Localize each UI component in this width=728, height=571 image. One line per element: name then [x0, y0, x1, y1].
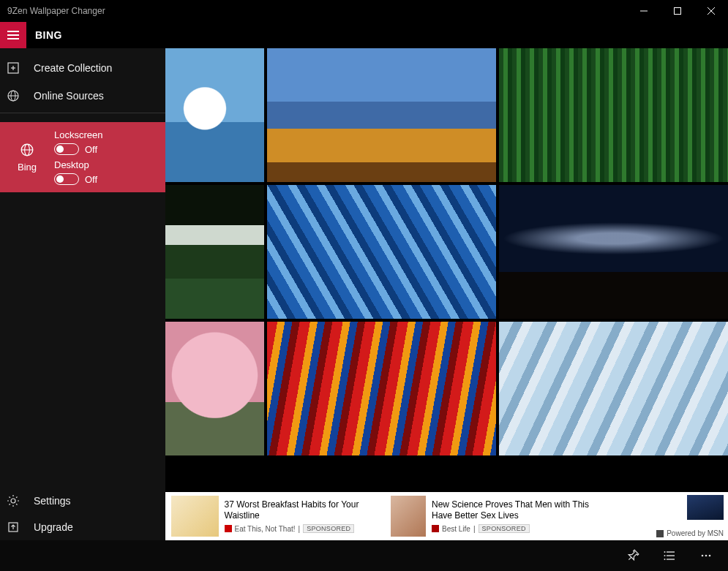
- upgrade-icon: [6, 520, 20, 534]
- thumb-image: [165, 322, 264, 455]
- wallpaper-thumb[interactable]: [165, 48, 264, 182]
- ad-meta: Eat This, Not That! | SPONSORED: [225, 524, 379, 533]
- ad-strip: 37 Worst Breakfast Habits for Your Waist…: [165, 492, 728, 540]
- window-title: 9Zen Wallpaper Changer: [7, 6, 627, 16]
- nav-create-collection[interactable]: Create Collection: [0, 54, 165, 82]
- wallpaper-thumb[interactable]: [165, 185, 264, 319]
- ad-brand-icon: [225, 525, 232, 532]
- desktop-toggle[interactable]: [54, 173, 79, 185]
- thumb-image: [499, 322, 728, 455]
- lockscreen-toggle[interactable]: [54, 143, 79, 155]
- msn-icon: [656, 530, 664, 537]
- ad-next-thumb[interactable]: [687, 495, 724, 520]
- thumb-image: [165, 48, 264, 182]
- ad-brand-icon: [432, 525, 439, 532]
- more-button[interactable]: [697, 547, 715, 564]
- nav-online-sources[interactable]: Online Sources: [0, 82, 165, 110]
- svg-point-33: [709, 555, 711, 557]
- maximize-icon: [674, 7, 681, 15]
- desktop-label: Desktop: [54, 159, 165, 170]
- thumb-image: [267, 322, 496, 455]
- app-window: 9Zen Wallpaper Changer BING: [0, 0, 728, 571]
- more-icon: [699, 549, 713, 562]
- globe-icon: [6, 88, 20, 103]
- header: BING: [0, 22, 728, 48]
- gear-icon: [6, 494, 20, 508]
- nav-settings[interactable]: Settings: [0, 488, 165, 514]
- source-name: Bing: [18, 162, 37, 173]
- hamburger-icon: [7, 34, 19, 36]
- body: Create Collection Online Sources Bing: [0, 48, 728, 540]
- minimize-button[interactable]: [627, 0, 661, 22]
- source-left: Bing: [0, 122, 54, 192]
- lockscreen-state: Off: [85, 144, 97, 155]
- svg-rect-1: [675, 8, 681, 15]
- ad-meta: Best Life | SPONSORED: [432, 524, 598, 533]
- ad-item[interactable]: 37 Worst Breakfast Habits for Your Waist…: [165, 492, 385, 540]
- ad-brand: Best Life: [442, 525, 470, 533]
- ad-brand: Eat This, Not That!: [235, 525, 296, 533]
- nav-label: Online Sources: [34, 90, 104, 102]
- ad-powered-text: Powered by MSN: [667, 529, 724, 537]
- nav-label: Settings: [34, 495, 71, 507]
- ad-thumb: [171, 496, 219, 537]
- close-icon: [708, 7, 715, 15]
- globe-icon: [20, 143, 34, 157]
- pin-icon: [626, 549, 639, 562]
- sidebar-bottom: Settings Upgrade: [0, 488, 165, 540]
- ad-sponsored-tag: SPONSORED: [303, 524, 354, 533]
- wallpaper-thumb[interactable]: [165, 322, 264, 455]
- wallpaper-thumb[interactable]: [499, 185, 728, 319]
- svg-point-31: [702, 555, 704, 557]
- lockscreen-label: Lockscreen: [54, 129, 165, 140]
- wallpaper-grid: [165, 48, 728, 492]
- nav-label: Create Collection: [34, 62, 112, 74]
- thumb-image: [165, 185, 264, 319]
- nav-label: Upgrade: [34, 521, 73, 533]
- sidebar-divider: [0, 113, 165, 113]
- bottom-bar: [0, 540, 728, 571]
- ad-powered-by: Powered by MSN: [656, 529, 724, 537]
- wallpaper-thumb[interactable]: [267, 48, 496, 182]
- maximize-button[interactable]: [661, 0, 694, 22]
- wallpaper-thumb[interactable]: [499, 48, 728, 182]
- content: 37 Worst Breakfast Habits for Your Waist…: [165, 48, 728, 540]
- hamburger-button[interactable]: [0, 22, 26, 48]
- list-view-button[interactable]: [661, 547, 678, 564]
- ad-sponsored-tag: SPONSORED: [479, 524, 530, 533]
- wallpaper-thumb[interactable]: [267, 185, 496, 319]
- source-panel-bing[interactable]: Bing Lockscreen Off Desktop Off: [0, 122, 165, 192]
- page-title: BING: [26, 22, 62, 48]
- ad-body: New Science Proves That Men with This Ha…: [432, 499, 598, 533]
- desktop-state: Off: [85, 174, 97, 185]
- wallpaper-thumb[interactable]: [267, 322, 496, 455]
- window-controls: [627, 0, 728, 22]
- svg-line-24: [628, 557, 631, 560]
- minimize-icon: [640, 7, 648, 15]
- sidebar: Create Collection Online Sources Bing: [0, 48, 165, 540]
- thumb-image: [499, 185, 728, 319]
- ad-right-panel: Powered by MSN: [604, 492, 728, 540]
- wallpaper-thumb[interactable]: [499, 322, 728, 455]
- svg-line-21: [16, 497, 17, 498]
- close-button[interactable]: [694, 0, 728, 22]
- thumb-image: [499, 48, 728, 182]
- nav-upgrade[interactable]: Upgrade: [0, 514, 165, 540]
- pin-button[interactable]: [624, 547, 642, 564]
- ad-thumb: [391, 496, 427, 537]
- ad-headline: New Science Proves That Men with This Ha…: [432, 499, 598, 521]
- svg-line-18: [10, 497, 10, 498]
- sidebar-nav: Create Collection Online Sources: [0, 48, 165, 110]
- thumb-image: [267, 48, 496, 182]
- source-toggles: Lockscreen Off Desktop Off: [54, 122, 165, 192]
- svg-point-26: [664, 551, 666, 553]
- list-icon: [663, 549, 676, 562]
- ad-headline: 37 Worst Breakfast Habits for Your Waist…: [225, 499, 379, 521]
- svg-point-30: [664, 559, 666, 560]
- svg-point-13: [11, 499, 15, 503]
- svg-line-20: [10, 504, 10, 504]
- titlebar: 9Zen Wallpaper Changer: [0, 0, 728, 22]
- thumb-image: [267, 185, 496, 319]
- svg-point-32: [705, 555, 708, 557]
- ad-item[interactable]: New Science Proves That Men with This Ha…: [385, 492, 604, 540]
